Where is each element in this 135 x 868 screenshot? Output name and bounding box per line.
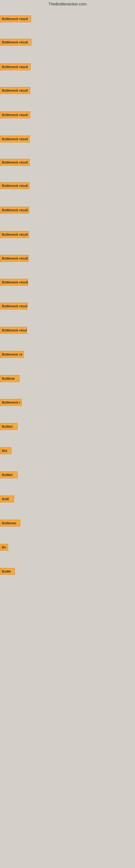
bottleneck-result-item[interactable]: Bottleneck result — [0, 63, 31, 70]
bottleneck-result-item[interactable]: Bottleneck result — [0, 207, 29, 214]
bottleneck-result-item[interactable]: Bottleneck result — [0, 303, 28, 310]
bottleneck-result-item[interactable]: Bottleneck r — [0, 399, 21, 406]
bottleneck-result-item[interactable]: Bottleneck result — [0, 231, 29, 238]
bottleneck-result-item[interactable]: Bottlen — [0, 471, 17, 478]
bottleneck-result-item[interactable]: Bottleneck result — [0, 16, 31, 22]
bottleneck-result-item[interactable]: Bottle — [0, 568, 15, 575]
bottleneck-result-item[interactable]: Bottleneck result — [0, 182, 30, 189]
bottleneck-result-item[interactable]: Bottlene — [0, 375, 19, 382]
bottleneck-result-item[interactable]: Bottleneck result — [0, 135, 30, 143]
bottleneck-result-item[interactable]: Bot — [0, 447, 11, 454]
bottleneck-result-item[interactable]: Bottleneck result — [0, 255, 29, 262]
bottleneck-result-item[interactable]: Bottlen — [0, 423, 17, 430]
bottleneck-result-item[interactable]: Bottleneck result — [0, 87, 30, 94]
bottleneck-result-item[interactable]: Bottleneck result — [0, 279, 28, 286]
bottleneck-result-item[interactable]: Bottleneck result — [0, 159, 30, 166]
bottleneck-result-item[interactable]: Bottleneck result — [0, 327, 27, 334]
bottleneck-result-item[interactable]: Bottlenec — [0, 520, 20, 527]
bottleneck-result-item[interactable]: Bo — [0, 544, 8, 551]
bottleneck-result-item[interactable]: Bottleneck result — [0, 39, 31, 45]
site-title: TheBottlenecker.com — [0, 0, 135, 7]
bottleneck-result-item[interactable]: Bottleneck re — [0, 351, 24, 358]
bottleneck-result-item[interactable]: Bottleneck result — [0, 112, 30, 118]
bottleneck-result-item[interactable]: Bottl — [0, 496, 14, 502]
